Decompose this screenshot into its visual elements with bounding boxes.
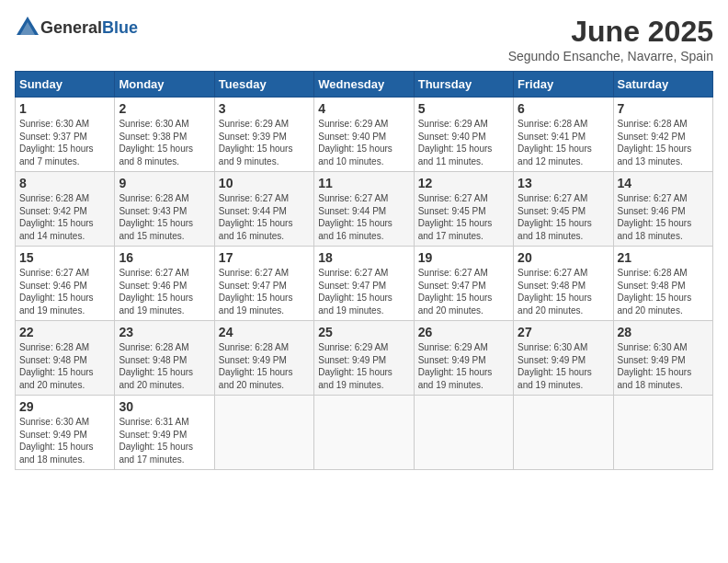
day-info: Sunrise: 6:28 AMSunset: 9:41 PMDaylight:…: [518, 118, 609, 167]
calendar-cell: 22Sunrise: 6:28 AMSunset: 9:48 PMDayligh…: [16, 321, 115, 396]
calendar-cell: 21Sunrise: 6:28 AMSunset: 9:48 PMDayligh…: [613, 247, 712, 321]
calendar-cell: 9Sunrise: 6:28 AMSunset: 9:43 PMDaylight…: [115, 172, 214, 247]
day-number: 9: [119, 176, 210, 190]
calendar-cell: [613, 396, 712, 470]
weekday-header-saturday: Saturday: [613, 72, 712, 98]
calendar-cell: 28Sunrise: 6:30 AMSunset: 9:49 PMDayligh…: [613, 321, 712, 396]
calendar-cell: [514, 396, 613, 470]
day-info: Sunrise: 6:27 AMSunset: 9:48 PMDaylight:…: [518, 267, 609, 316]
day-info: Sunrise: 6:27 AMSunset: 9:47 PMDaylight:…: [219, 267, 310, 316]
calendar-week-row: 8Sunrise: 6:28 AMSunset: 9:42 PMDaylight…: [16, 172, 713, 247]
calendar-cell: 17Sunrise: 6:27 AMSunset: 9:47 PMDayligh…: [214, 247, 313, 321]
day-info: Sunrise: 6:30 AMSunset: 9:37 PMDaylight:…: [19, 118, 110, 167]
day-number: 8: [19, 176, 110, 190]
calendar-cell: 19Sunrise: 6:27 AMSunset: 9:47 PMDayligh…: [414, 247, 513, 321]
day-number: 18: [318, 250, 409, 265]
day-info: Sunrise: 6:30 AMSunset: 9:38 PMDaylight:…: [119, 118, 210, 167]
day-number: 15: [19, 250, 110, 265]
day-number: 25: [318, 325, 409, 339]
weekday-header-monday: Monday: [115, 72, 214, 98]
day-number: 10: [219, 176, 310, 190]
title-area: June 2025 Segundo Ensanche, Navarre, Spa…: [508, 15, 713, 63]
logo: GeneralBlue: [15, 15, 138, 40]
day-info: Sunrise: 6:28 AMSunset: 9:49 PMDaylight:…: [219, 341, 310, 391]
day-number: 16: [119, 250, 210, 265]
header: GeneralBlue June 2025 Segundo Ensanche, …: [15, 15, 713, 63]
calendar-week-row: 22Sunrise: 6:28 AMSunset: 9:48 PMDayligh…: [16, 321, 713, 396]
day-number: 4: [318, 101, 409, 116]
calendar-header-row: SundayMondayTuesdayWednesdayThursdayFrid…: [16, 72, 713, 98]
subtitle: Segundo Ensanche, Navarre, Spain: [508, 49, 713, 63]
day-number: 23: [119, 325, 210, 339]
day-number: 1: [19, 101, 110, 116]
day-info: Sunrise: 6:27 AMSunset: 9:44 PMDaylight:…: [318, 192, 409, 242]
day-info: Sunrise: 6:30 AMSunset: 9:49 PMDaylight:…: [518, 341, 609, 391]
day-number: 13: [518, 176, 609, 190]
calendar-cell: [414, 396, 513, 470]
weekday-header-friday: Friday: [514, 72, 613, 98]
day-number: 17: [219, 250, 310, 265]
day-info: Sunrise: 6:27 AMSunset: 9:44 PMDaylight:…: [219, 192, 310, 242]
calendar-cell: 3Sunrise: 6:29 AMSunset: 9:39 PMDaylight…: [214, 98, 313, 172]
day-info: Sunrise: 6:28 AMSunset: 9:42 PMDaylight:…: [618, 118, 709, 167]
day-info: Sunrise: 6:29 AMSunset: 9:40 PMDaylight:…: [318, 118, 409, 167]
day-info: Sunrise: 6:30 AMSunset: 9:49 PMDaylight:…: [19, 416, 110, 465]
calendar-cell: 30Sunrise: 6:31 AMSunset: 9:49 PMDayligh…: [115, 396, 214, 470]
calendar-cell: 11Sunrise: 6:27 AMSunset: 9:44 PMDayligh…: [314, 172, 414, 247]
calendar-cell: 8Sunrise: 6:28 AMSunset: 9:42 PMDaylight…: [16, 172, 115, 247]
day-info: Sunrise: 6:27 AMSunset: 9:46 PMDaylight:…: [618, 192, 709, 242]
day-number: 7: [618, 101, 709, 116]
calendar-cell: [314, 396, 414, 470]
day-number: 20: [518, 250, 609, 265]
calendar-cell: 7Sunrise: 6:28 AMSunset: 9:42 PMDaylight…: [613, 98, 712, 172]
calendar-week-row: 29Sunrise: 6:30 AMSunset: 9:49 PMDayligh…: [16, 396, 713, 470]
day-info: Sunrise: 6:27 AMSunset: 9:46 PMDaylight:…: [19, 267, 110, 316]
calendar-cell: 27Sunrise: 6:30 AMSunset: 9:49 PMDayligh…: [514, 321, 613, 396]
calendar-cell: 16Sunrise: 6:27 AMSunset: 9:46 PMDayligh…: [115, 247, 214, 321]
day-info: Sunrise: 6:29 AMSunset: 9:40 PMDaylight:…: [418, 118, 509, 167]
day-info: Sunrise: 6:27 AMSunset: 9:46 PMDaylight:…: [119, 267, 210, 316]
day-info: Sunrise: 6:27 AMSunset: 9:47 PMDaylight:…: [318, 267, 409, 316]
calendar-table: SundayMondayTuesdayWednesdayThursdayFrid…: [15, 71, 713, 470]
weekday-header-sunday: Sunday: [16, 72, 115, 98]
day-info: Sunrise: 6:28 AMSunset: 9:48 PMDaylight:…: [19, 341, 110, 391]
day-info: Sunrise: 6:30 AMSunset: 9:49 PMDaylight:…: [618, 341, 709, 391]
day-info: Sunrise: 6:28 AMSunset: 9:48 PMDaylight:…: [618, 267, 709, 316]
day-number: 30: [119, 399, 210, 414]
calendar-cell: 13Sunrise: 6:27 AMSunset: 9:45 PMDayligh…: [514, 172, 613, 247]
page-wrapper: GeneralBlue June 2025 Segundo Ensanche, …: [15, 15, 713, 470]
calendar-cell: 25Sunrise: 6:29 AMSunset: 9:49 PMDayligh…: [314, 321, 414, 396]
calendar-cell: 5Sunrise: 6:29 AMSunset: 9:40 PMDaylight…: [414, 98, 513, 172]
calendar-cell: 20Sunrise: 6:27 AMSunset: 9:48 PMDayligh…: [514, 247, 613, 321]
day-number: 28: [618, 325, 709, 339]
calendar-week-row: 15Sunrise: 6:27 AMSunset: 9:46 PMDayligh…: [16, 247, 713, 321]
calendar-cell: 29Sunrise: 6:30 AMSunset: 9:49 PMDayligh…: [16, 396, 115, 470]
calendar-body: 1Sunrise: 6:30 AMSunset: 9:37 PMDaylight…: [16, 98, 713, 470]
month-title: June 2025: [508, 15, 713, 49]
day-info: Sunrise: 6:27 AMSunset: 9:47 PMDaylight:…: [418, 267, 509, 316]
calendar-cell: 26Sunrise: 6:29 AMSunset: 9:49 PMDayligh…: [414, 321, 513, 396]
day-number: 6: [518, 101, 609, 116]
day-number: 27: [518, 325, 609, 339]
logo-text: GeneralBlue: [40, 18, 138, 38]
day-info: Sunrise: 6:28 AMSunset: 9:42 PMDaylight:…: [19, 192, 110, 242]
day-info: Sunrise: 6:29 AMSunset: 9:39 PMDaylight:…: [219, 118, 310, 167]
day-info: Sunrise: 6:28 AMSunset: 9:43 PMDaylight:…: [119, 192, 210, 242]
day-number: 14: [618, 176, 709, 190]
calendar-cell: 15Sunrise: 6:27 AMSunset: 9:46 PMDayligh…: [16, 247, 115, 321]
day-info: Sunrise: 6:29 AMSunset: 9:49 PMDaylight:…: [418, 341, 509, 391]
calendar-cell: 1Sunrise: 6:30 AMSunset: 9:37 PMDaylight…: [16, 98, 115, 172]
calendar-cell: 10Sunrise: 6:27 AMSunset: 9:44 PMDayligh…: [214, 172, 313, 247]
day-info: Sunrise: 6:27 AMSunset: 9:45 PMDaylight:…: [518, 192, 609, 242]
day-number: 11: [318, 176, 409, 190]
day-number: 26: [418, 325, 509, 339]
day-number: 19: [418, 250, 509, 265]
weekday-header-tuesday: Tuesday: [214, 72, 313, 98]
day-number: 2: [119, 101, 210, 116]
calendar-cell: 14Sunrise: 6:27 AMSunset: 9:46 PMDayligh…: [613, 172, 712, 247]
day-info: Sunrise: 6:29 AMSunset: 9:49 PMDaylight:…: [318, 341, 409, 391]
calendar-cell: 23Sunrise: 6:28 AMSunset: 9:48 PMDayligh…: [115, 321, 214, 396]
calendar-cell: 12Sunrise: 6:27 AMSunset: 9:45 PMDayligh…: [414, 172, 513, 247]
day-number: 29: [19, 399, 110, 414]
weekday-header-thursday: Thursday: [414, 72, 513, 98]
